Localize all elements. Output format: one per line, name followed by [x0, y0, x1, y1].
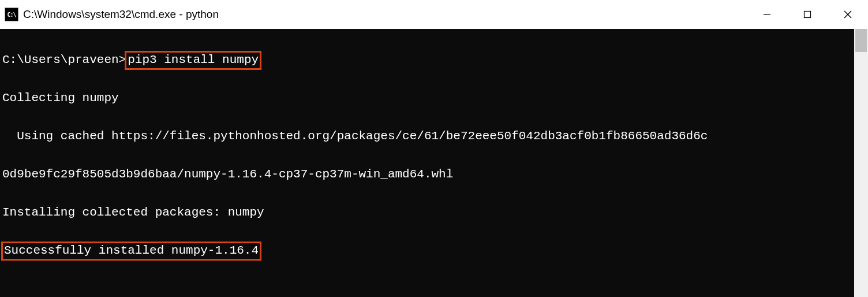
scrollbar[interactable] — [854, 29, 868, 297]
maximize-button[interactable] — [787, 0, 828, 29]
output-line: Using cached https://files.pythonhosted.… — [2, 127, 854, 146]
cmd-icon: C:\ — [5, 8, 18, 21]
cmd-icon-label: C:\ — [7, 12, 16, 18]
highlight-command: pip3 install numpy — [125, 51, 261, 70]
success-text: Successfully installed numpy-1.16.4 — [4, 244, 259, 257]
highlight-success: Successfully installed numpy-1.16.4 — [1, 242, 261, 261]
titlebar: C:\ C:\Windows\system32\cmd.exe - python — [0, 0, 868, 29]
titlebar-left: C:\ C:\Windows\system32\cmd.exe - python — [5, 8, 219, 21]
window-controls — [747, 0, 868, 29]
prompt: C:\Users\praveen> — [2, 53, 126, 66]
output-line: 0d9be9fc29f8505d3b9d6baa/numpy-1.16.4-cp… — [2, 165, 854, 184]
command-text: pip3 install numpy — [128, 53, 259, 66]
terminal-area: C:\Users\praveen>pip3 install numpy Coll… — [0, 29, 868, 297]
svg-rect-1 — [805, 12, 811, 18]
minimize-button[interactable] — [747, 0, 787, 29]
close-button[interactable] — [828, 0, 868, 29]
output-line: Installing collected packages: numpy — [2, 203, 854, 222]
output-line: Collecting numpy — [2, 88, 854, 107]
scrollbar-thumb[interactable] — [855, 29, 867, 52]
window-title: C:\Windows\system32\cmd.exe - python — [23, 8, 219, 21]
terminal[interactable]: C:\Users\praveen>pip3 install numpy Coll… — [0, 29, 854, 297]
